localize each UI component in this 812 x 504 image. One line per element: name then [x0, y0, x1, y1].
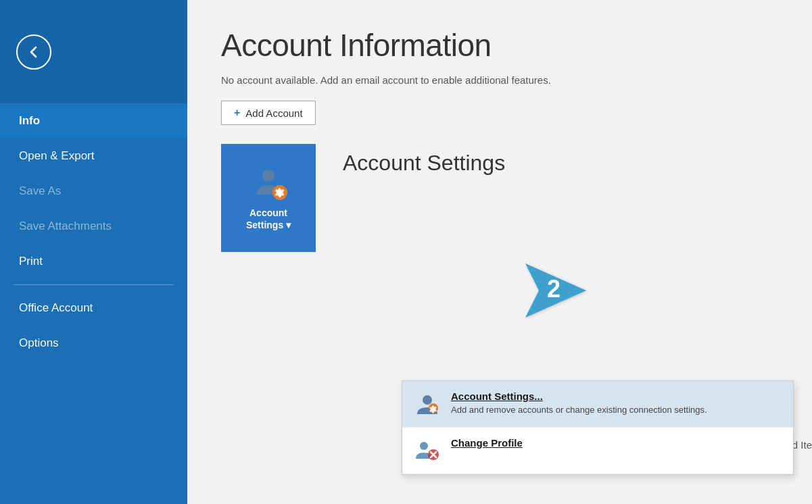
add-account-button[interactable]: + Add Account [221, 101, 316, 125]
gear-icon [272, 185, 287, 200]
account-settings-button-label: Account Settings ▾ [246, 207, 291, 231]
svg-point-3 [423, 395, 432, 405]
page-title: Account Information [221, 27, 778, 64]
add-account-plus-icon: + [234, 107, 240, 119]
sidebar-item-save-as: Save As [0, 174, 187, 209]
back-button-area [0, 0, 187, 103]
change-profile-item-title: Change Profile [451, 437, 523, 449]
sidebar-item-open-export[interactable]: Open & Export [0, 138, 187, 174]
svg-point-5 [420, 442, 428, 450]
dropdown-item-account-settings[interactable]: Account Settings... Add and remove accou… [402, 381, 793, 428]
dropdown-item-change-profile[interactable]: Change Profile [402, 428, 793, 474]
account-settings-button[interactable]: Account Settings ▾ [221, 144, 316, 252]
account-settings-menu-icon [414, 390, 441, 418]
subtitle-text: No account available. Add an email accou… [221, 74, 778, 86]
sidebar-item-info[interactable]: Info [0, 103, 187, 138]
change-profile-icon [414, 437, 441, 464]
callout-2: 2 [519, 260, 593, 324]
sidebar-item-save-attachments: Save Attachments [0, 209, 187, 244]
back-button[interactable] [16, 34, 51, 70]
account-settings-item-text: Account Settings... Add and remove accou… [451, 390, 707, 416]
account-settings-title: Account Settings [343, 151, 505, 176]
sidebar: Info Open & Export Save As Save Attachme… [0, 0, 187, 504]
change-profile-item-text: Change Profile [451, 437, 523, 451]
sidebar-divider [14, 284, 174, 285]
dropdown-menu: Account Settings... Add and remove accou… [402, 380, 794, 475]
account-settings-section: Account Settings ▾ Account Settings [221, 144, 778, 252]
content-area: Account Information No account available… [187, 0, 812, 272]
svg-text:2: 2 [547, 275, 560, 303]
sidebar-item-print[interactable]: Print [0, 244, 187, 279]
sidebar-item-office-account[interactable]: Office Account [0, 291, 187, 326]
svg-point-0 [262, 170, 274, 182]
account-settings-item-desc: Add and remove accounts or change existi… [451, 404, 707, 416]
account-settings-icon-container [251, 165, 286, 200]
main-content: Account Information No account available… [187, 0, 812, 504]
add-account-label: Add Account [245, 107, 302, 119]
account-settings-item-title: Account Settings... [451, 390, 707, 402]
sidebar-item-options[interactable]: Options [0, 326, 187, 361]
